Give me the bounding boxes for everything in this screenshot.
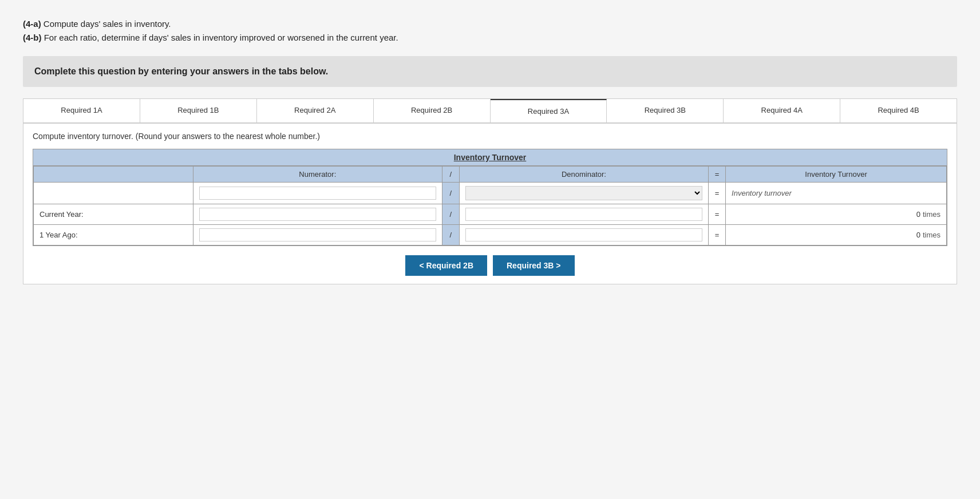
table-row-1-year-ago: 1 Year Ago: / = 0times (34, 225, 947, 245)
tab-required-2a[interactable]: Required 2A (257, 99, 374, 122)
th-slash: / (442, 167, 459, 183)
complete-box: Complete this question by entering your … (23, 56, 957, 87)
next-button[interactable]: Required 3B > (493, 255, 575, 276)
instructions: (4-a) Compute days' sales in inventory. … (23, 17, 957, 45)
row1-result-suffix: times (923, 210, 941, 219)
th-denominator: Denominator: (459, 167, 708, 183)
inventory-table: Numerator: / Denominator: = Inventory Tu… (33, 166, 947, 245)
tab-required-3a[interactable]: Required 3A (491, 99, 607, 122)
tab-required-4a[interactable]: Required 4A (724, 99, 840, 122)
tabs-section: Required 1A Required 1B Required 2A Requ… (23, 98, 957, 284)
row2-result-suffix: times (923, 231, 941, 239)
row1-equals: = (709, 204, 726, 225)
row2-denominator-cell[interactable] (459, 225, 708, 245)
row0-equals: = (709, 183, 726, 204)
row0-numerator-input[interactable] (199, 187, 436, 200)
instruction-4b-label: (4-b) (23, 33, 42, 42)
th-result: Inventory Turnover (726, 167, 947, 183)
instruction-line2: (4-b) For each ratio, determine if days'… (23, 31, 957, 45)
inventory-table-wrapper: Inventory Turnover Numerator: / Denomina… (33, 149, 947, 246)
row1-numerator-cell[interactable] (193, 204, 442, 225)
row0-numerator-cell[interactable] (193, 183, 442, 204)
tab-content: Compute inventory turnover. (Round your … (23, 124, 957, 284)
tab-instruction: Compute inventory turnover. (Round your … (33, 132, 947, 141)
row0-result-cell: Inventory turnover (726, 183, 947, 204)
row0-denominator-cell[interactable]: Average Inventory Ending Inventory Cost … (459, 183, 708, 204)
tab-required-1b[interactable]: Required 1B (140, 99, 257, 122)
instruction-4a-text: Compute days' sales in inventory. (41, 19, 171, 29)
nav-buttons: < Required 2B Required 3B > (33, 255, 947, 276)
inventory-header-title: Inventory Turnover (33, 149, 947, 166)
row2-slash: / (442, 225, 459, 245)
row2-numerator-cell[interactable] (193, 225, 442, 245)
row1-slash: / (442, 204, 459, 225)
tab-required-4b[interactable]: Required 4B (840, 99, 957, 122)
row1-result-cell: 0times (726, 204, 947, 225)
th-equals: = (709, 167, 726, 183)
tab-required-1a[interactable]: Required 1A (23, 99, 140, 122)
row1-denominator-cell[interactable] (459, 204, 708, 225)
row0-label (34, 183, 193, 204)
row1-numerator-input[interactable] (199, 208, 436, 221)
row2-result-value: 0 (916, 231, 922, 239)
row1-denominator-input[interactable] (465, 208, 702, 221)
tabs-row: Required 1A Required 1B Required 2A Requ… (23, 99, 957, 124)
page-container: (4-a) Compute days' sales in inventory. … (0, 0, 980, 302)
row0-denominator-select[interactable]: Average Inventory Ending Inventory Cost … (465, 186, 702, 200)
row2-label: 1 Year Ago: (34, 225, 193, 245)
row0-slash: / (442, 183, 459, 204)
prev-button[interactable]: < Required 2B (405, 255, 487, 276)
instruction-line1: (4-a) Compute days' sales in inventory. (23, 17, 957, 31)
complete-box-text: Complete this question by entering your … (34, 66, 946, 77)
row2-result-cell: 0times (726, 225, 947, 245)
row1-result-value: 0 (916, 210, 922, 219)
row2-equals: = (709, 225, 726, 245)
row0-result-label: Inventory turnover (732, 189, 792, 197)
row2-denominator-input[interactable] (465, 228, 702, 241)
row2-numerator-input[interactable] (199, 228, 436, 241)
table-row-current-year: Current Year: / = 0times (34, 204, 947, 225)
tab-required-3b[interactable]: Required 3B (607, 99, 724, 122)
tab-required-2b[interactable]: Required 2B (374, 99, 491, 122)
instruction-4b-text: For each ratio, determine if days' sales… (42, 33, 398, 42)
th-numerator: Numerator: (193, 167, 442, 183)
instruction-4a-label: (4-a) (23, 19, 41, 29)
table-row-dropdown: / Average Inventory Ending Inventory Cos… (34, 183, 947, 204)
th-empty (34, 167, 193, 183)
row1-label: Current Year: (34, 204, 193, 225)
